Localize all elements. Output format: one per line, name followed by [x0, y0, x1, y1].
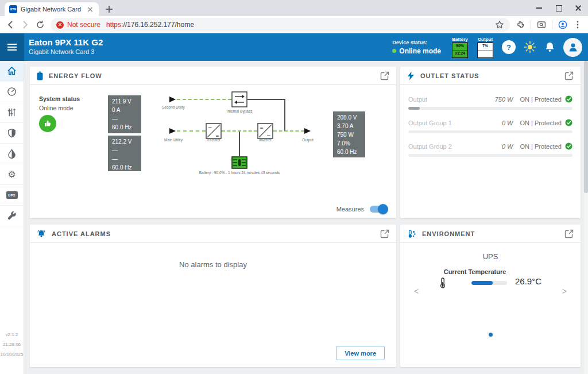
not-secure-icon[interactable]: ✕ — [56, 21, 64, 29]
gear-icon: ⚙ — [7, 170, 16, 179]
flow-line-main-utility — [177, 130, 206, 132]
tab-search-icon[interactable] — [537, 20, 546, 29]
window-maximize-button[interactable] — [549, 0, 568, 16]
ups-icon: UPS — [6, 191, 18, 199]
panel-title: ENVIRONMENT — [422, 230, 559, 237]
battery-runtime: 01:24 — [452, 51, 467, 57]
thermometer-icon — [439, 277, 446, 288]
url-rest: ://176.16.252.177/home — [121, 21, 194, 29]
system-status-value: Online mode — [39, 105, 74, 111]
temperature-bar-fill — [471, 281, 493, 285]
menu-hamburger-button[interactable] — [0, 33, 24, 61]
outlet-label: Output Group 2 — [408, 143, 498, 150]
page-title: Eaton 9PX 11K G2 — [29, 37, 103, 47]
tab-title: Gigabit Network Card 3 — [21, 6, 83, 13]
firmware-version-block: v2.1.2 21:29:06 10/10/2025 — [0, 330, 24, 359]
device-status-label: Device status: — [392, 40, 441, 45]
window-minimize-button[interactable] — [529, 0, 549, 16]
carousel-next-icon[interactable]: > — [562, 287, 567, 296]
active-alarms-header: ACTIVE ALARMS — [30, 225, 396, 243]
sidebar-nav: ⚙ UPS v2.1.2 21:29:06 10/10/2025 — [0, 61, 24, 374]
browser-profile-icon[interactable] — [558, 20, 567, 29]
temperature-bar — [471, 281, 507, 285]
sidebar-item-maintenance[interactable] — [0, 206, 24, 226]
output-percent: 7% — [478, 43, 493, 50]
carousel-dot-indicator[interactable] — [489, 333, 493, 337]
device-status-value: Online mode — [399, 47, 441, 55]
open-in-new-window-icon[interactable] — [380, 229, 389, 238]
outlet-status-panel: OUTLET STATUS Output 750 W ON | Protecte… — [400, 67, 581, 218]
battery-gauge[interactable]: Battery 90% 01:24 — [451, 37, 469, 58]
sidebar-item-environment[interactable] — [0, 144, 24, 164]
environment-panel-icon — [407, 229, 416, 238]
sidebar-item-protection[interactable] — [0, 123, 24, 144]
environment-device-name: UPS — [400, 252, 581, 261]
not-secure-label[interactable]: Not secure — [67, 21, 100, 29]
system-status-label: System status — [39, 95, 80, 102]
outlet-load: 0 W — [502, 143, 513, 150]
browser-menu-icon[interactable] — [573, 20, 582, 29]
measures-toggle[interactable] — [370, 206, 387, 213]
app-header: Eaton 9PX 11K G2 Gigabit Network Card 3 … — [0, 33, 588, 61]
back-icon[interactable] — [6, 20, 15, 29]
tab-close-icon[interactable] — [86, 5, 94, 13]
water-drop-icon — [7, 149, 16, 159]
panel-title: ACTIVE ALARMS — [52, 230, 374, 237]
bookmark-star-icon[interactable] — [495, 20, 504, 29]
account-avatar-button[interactable] — [563, 38, 582, 57]
help-button[interactable]: ? — [502, 40, 516, 54]
extensions-icon[interactable] — [516, 20, 525, 29]
new-tab-button[interactable] — [105, 5, 114, 14]
outlet-row-group2: Output Group 2 0 W ON | Protected — [408, 142, 572, 157]
battery-node-icon — [231, 156, 247, 169]
outlet-state: ON | Protected — [520, 96, 562, 103]
outlet-load-bar — [408, 154, 572, 157]
forward-icon[interactable] — [21, 20, 30, 29]
sidebar-item-ups[interactable]: UPS — [0, 185, 24, 206]
battery-caption: Battery : 90.0% - 1 hours 24 minutes 43 … — [199, 171, 280, 175]
wrench-icon — [7, 211, 17, 221]
sidebar-item-meters[interactable] — [0, 82, 24, 102]
protected-check-icon — [565, 119, 572, 126]
internal-bypass-label: Internal Bypass — [227, 109, 253, 113]
battery-gauge-label: Battery — [452, 37, 468, 42]
outlet-load-fill — [408, 107, 420, 110]
svg-text:~: ~ — [208, 125, 212, 130]
svg-text:=: = — [260, 125, 264, 130]
outlet-load-bar — [408, 107, 572, 110]
outlet-label: Output — [408, 96, 492, 103]
bypass-output-line — [247, 99, 285, 100]
sidebar-item-controls[interactable] — [0, 102, 24, 123]
url-text[interactable]: https://176.16.252.177/home — [106, 21, 194, 29]
battery-panel-icon — [37, 71, 43, 80]
output-gauge[interactable]: Output 7% — [477, 37, 494, 58]
open-in-new-window-icon[interactable] — [564, 229, 574, 238]
notifications-bell-icon[interactable] — [544, 41, 555, 53]
temperature-metric-label: Current Temperature — [423, 268, 527, 275]
output-gauge-icon: 7% — [477, 43, 493, 58]
open-in-new-window-icon[interactable] — [380, 71, 389, 80]
browser-tab[interactable]: ETN Gigabit Network Card 3 — [5, 2, 99, 16]
energy-flow-panel: ENERGY FLOW System status Online mode 21… — [30, 67, 396, 218]
environment-body: UPS Current Temperature 26.9°C < > — [400, 243, 581, 367]
view-more-button[interactable]: View more — [336, 346, 385, 360]
url-omnibox[interactable]: ✕ Not secure https://176.16.252.177/home — [51, 18, 510, 32]
sidebar-item-settings[interactable]: ⚙ — [0, 164, 24, 185]
no-alarms-message: No alarms to display — [30, 260, 396, 269]
theme-sun-icon[interactable] — [524, 41, 536, 53]
temperature-value: 26.9°C — [515, 276, 541, 286]
measures-toggle-label: Measures — [336, 206, 364, 213]
home-icon — [7, 66, 17, 76]
rectifier-label: Rectifier — [207, 138, 220, 142]
sidebar-item-home[interactable] — [0, 61, 24, 82]
scrollbar-thumb[interactable] — [584, 61, 588, 193]
inverter-icon: = ~ — [257, 123, 273, 139]
refresh-icon[interactable] — [36, 20, 45, 29]
panel-title: OUTLET STATUS — [420, 72, 559, 79]
outlet-state: ON | Protected — [520, 143, 562, 150]
carousel-prev-icon[interactable]: < — [414, 287, 419, 296]
window-close-button[interactable] — [568, 0, 588, 16]
eaton-favicon: ETN — [9, 5, 17, 13]
energy-flow-body: System status Online mode 211.9 V 0 A — … — [30, 85, 396, 218]
open-in-new-window-icon[interactable] — [564, 71, 574, 80]
